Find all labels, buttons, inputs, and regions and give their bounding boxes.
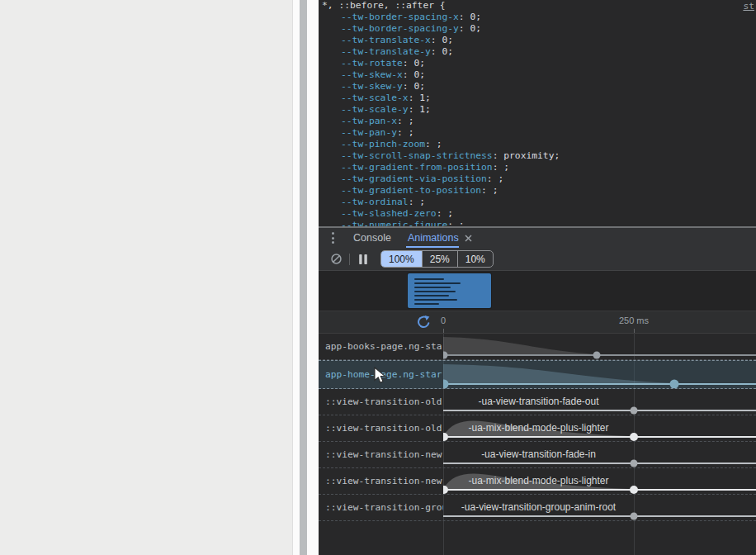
clear-icon xyxy=(330,253,343,265)
page-scrollbar-thumb[interactable] xyxy=(300,0,307,555)
animation-preview-strip xyxy=(319,271,756,311)
keyframe-dot[interactable] xyxy=(631,460,638,467)
animation-target-label[interactable]: ::view-transition-old( xyxy=(319,415,443,441)
animation-target-label[interactable]: ::view-transition-new( xyxy=(319,468,443,494)
styles-pane: *, ::before, ::after { --tw-border-spaci… xyxy=(319,0,756,226)
speed-button-100[interactable]: 100% xyxy=(381,251,422,267)
tab-strip: ConsoleAnimations xyxy=(345,228,480,248)
animation-target-label[interactable]: app-books-page.ng-star xyxy=(319,334,443,359)
css-declaration[interactable]: --tw-numeric-figure: ; xyxy=(319,220,756,226)
animation-target-label[interactable]: ::view-transition-new( xyxy=(319,442,443,467)
tab-animations[interactable]: Animations xyxy=(399,228,480,248)
close-tab-button[interactable] xyxy=(465,235,472,242)
keyframe-dot[interactable] xyxy=(593,352,601,359)
ruler-zero-label: 0 xyxy=(435,315,451,325)
css-declaration[interactable]: --tw-pan-x: ; xyxy=(319,116,756,127)
page-scrollbar-gutter xyxy=(292,0,319,555)
replay-button[interactable] xyxy=(416,315,431,330)
ruler-duration-label: 250 ms xyxy=(605,315,663,325)
keyframe-dot[interactable] xyxy=(631,407,638,415)
keyframe-dot[interactable] xyxy=(630,433,638,441)
css-declaration[interactable]: --tw-rotate: 0; xyxy=(319,58,756,69)
css-declaration[interactable]: --tw-scale-y: 1; xyxy=(319,104,756,116)
css-declaration[interactable]: --tw-ordinal: ; xyxy=(319,197,756,208)
animation-row[interactable]: ::view-transition-group-ua-view-transiti… xyxy=(319,495,756,521)
animation-track[interactable]: -ua-view-transition-group-anim-root xyxy=(443,495,756,520)
animation-row[interactable]: app-home-page.ng-star- xyxy=(319,360,756,389)
toolbar-separator xyxy=(349,254,350,265)
keyframe-dot[interactable] xyxy=(631,513,638,520)
close-icon xyxy=(465,235,472,242)
ruler-tick xyxy=(443,329,444,333)
tab-console[interactable]: Console xyxy=(345,228,399,248)
css-declaration[interactable]: --tw-slashed-zero: ; xyxy=(319,208,756,220)
css-declaration[interactable]: --tw-border-spacing-x: 0; xyxy=(319,12,756,23)
css-declaration[interactable]: --tw-gradient-from-position: ; xyxy=(319,162,756,173)
css-declaration[interactable]: --tw-pan-y: ; xyxy=(319,127,756,139)
css-declaration[interactable]: --tw-pinch-zoom: ; xyxy=(319,139,756,150)
animation-row[interactable]: ::view-transition-old(-ua-view-transitio… xyxy=(319,389,756,415)
speed-button-25[interactable]: 25% xyxy=(422,251,457,267)
css-declarations: --tw-border-spacing-x: 0;--tw-border-spa… xyxy=(319,12,756,226)
animation-track[interactable] xyxy=(443,334,756,359)
animation-track[interactable] xyxy=(443,361,756,388)
animation-track[interactable]: -ua-mix-blend-mode-plus-lighter xyxy=(443,415,756,441)
css-declaration[interactable]: --tw-scale-x: 1; xyxy=(319,92,756,104)
pause-button[interactable] xyxy=(356,252,371,267)
css-selector-line[interactable]: *, ::before, ::after { xyxy=(319,0,756,12)
css-declaration[interactable]: --tw-skew-x: 0; xyxy=(319,69,756,81)
pause-icon xyxy=(357,254,369,265)
clear-all-button[interactable] xyxy=(328,252,343,267)
animation-track[interactable]: -ua-mix-blend-mode-plus-lighter xyxy=(443,468,756,494)
browser-page-background xyxy=(0,0,292,555)
keyframe-dot[interactable] xyxy=(630,486,638,494)
animation-track[interactable]: -ua-view-transition-fade-in xyxy=(443,442,756,467)
animation-target-label[interactable]: ::view-transition-old( xyxy=(319,389,443,415)
css-declaration[interactable]: --tw-gradient-via-position: ; xyxy=(319,173,756,185)
speed-button-10[interactable]: 10% xyxy=(457,251,493,267)
devtools-drawer: ConsoleAnimations 100%25%10% xyxy=(319,228,756,555)
animation-row[interactable]: ::view-transition-new(-ua-mix-blend-mode… xyxy=(319,468,756,495)
timeline-ruler: 0 250 ms xyxy=(319,311,756,334)
css-declaration[interactable]: --tw-gradient-to-position: ; xyxy=(319,185,756,197)
tab-label: Console xyxy=(353,232,391,244)
animation-row[interactable]: app-books-page.ng-star xyxy=(319,334,756,360)
stylesheet-source-link[interactable]: st xyxy=(743,1,754,12)
ruler-tick xyxy=(634,329,635,333)
animation-preview-thumbnail[interactable] xyxy=(408,273,491,308)
kebab-menu-icon[interactable] xyxy=(327,231,338,244)
animation-row[interactable]: ::view-transition-old(-ua-mix-blend-mode… xyxy=(319,415,756,442)
css-declaration[interactable]: --tw-translate-x: 0; xyxy=(319,35,756,46)
animation-target-label[interactable]: app-home-page.ng-star- xyxy=(319,361,443,388)
css-declaration[interactable]: --tw-scroll-snap-strictness: proximity; xyxy=(319,150,756,162)
animations-toolbar: 100%25%10% xyxy=(319,248,756,271)
playback-speed-group: 100%25%10% xyxy=(380,250,494,268)
animation-target-label[interactable]: ::view-transition-group xyxy=(319,495,443,520)
animation-row[interactable]: ::view-transition-new(-ua-view-transitio… xyxy=(319,442,756,468)
replay-icon xyxy=(416,315,431,330)
animation-track[interactable]: -ua-view-transition-fade-out xyxy=(443,389,756,415)
devtools-panel: *, ::before, ::after { --tw-border-spaci… xyxy=(319,0,756,555)
keyframe-dot[interactable] xyxy=(670,380,679,389)
css-declaration[interactable]: --tw-border-spacing-y: 0; xyxy=(319,23,756,35)
tab-label: Animations xyxy=(408,232,459,244)
animation-rows: app-books-page.ng-starapp-home-page.ng-s… xyxy=(319,334,756,555)
css-declaration[interactable]: --tw-skew-y: 0; xyxy=(319,81,756,92)
css-declaration[interactable]: --tw-translate-y: 0; xyxy=(319,46,756,58)
drawer-tab-bar: ConsoleAnimations xyxy=(319,228,756,248)
